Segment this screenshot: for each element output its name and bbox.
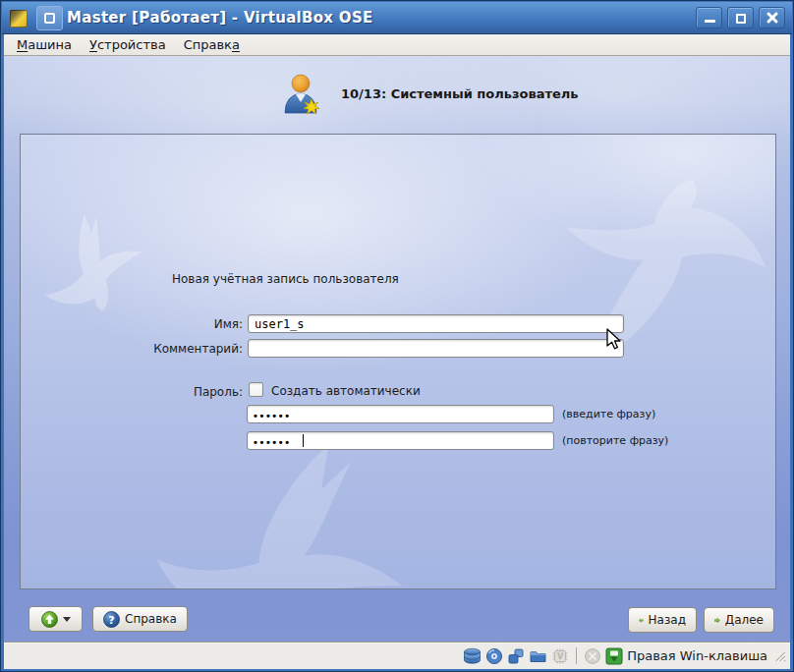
next-button-label: Далее: [725, 613, 764, 627]
password-repeat-field-wrap: [247, 431, 554, 450]
close-button[interactable]: [759, 7, 785, 28]
installer-step-header: 10/13: Системный пользователь: [4, 56, 790, 132]
green-up-arrow-icon: [41, 611, 58, 628]
step-title: 10/13: Системный пользователь: [341, 86, 579, 101]
user-icon: [282, 73, 321, 116]
statusbar-icons: V: [463, 647, 623, 665]
maximize-button[interactable]: [727, 7, 754, 28]
background-birds: [21, 135, 776, 589]
autocreate-checkbox[interactable]: [249, 382, 263, 397]
help-button[interactable]: ? Справка: [92, 606, 188, 632]
password-input[interactable]: [247, 405, 554, 423]
password-field-wrap: [247, 405, 554, 423]
resize-grip[interactable]: [773, 649, 786, 662]
menu-devices[interactable]: Устройства: [81, 34, 175, 56]
cd-icon[interactable]: [485, 647, 503, 665]
virtualbox-logo-icon[interactable]: [36, 6, 63, 30]
dropdown-arrow-icon: [63, 617, 71, 622]
shared-folder-icon[interactable]: [529, 647, 547, 665]
maximize-icon: [736, 14, 746, 24]
password-repeat-hint: (повторите фразу): [562, 434, 668, 447]
name-label: Имя:: [95, 317, 243, 331]
next-arrow-icon: [714, 614, 720, 627]
minimize-button[interactable]: [696, 7, 722, 28]
next-button[interactable]: Далее: [704, 607, 774, 633]
chip-icon[interactable]: V: [551, 647, 569, 665]
password-label: Пароль:: [95, 385, 243, 399]
statusbar: V Правая Win-клавиша: [4, 642, 790, 669]
menu-help[interactable]: Справка: [175, 34, 249, 56]
actions-dropdown-button[interactable]: [28, 606, 83, 632]
password-hint: (введите фразу): [562, 408, 655, 420]
vm-display: 10/13: Системный пользователь Новая учёт…: [4, 56, 790, 642]
minimize-icon: [705, 20, 715, 23]
svg-text:?: ?: [108, 613, 114, 626]
back-button[interactable]: Назад: [628, 607, 697, 633]
back-arrow-icon: [639, 614, 644, 627]
autocreate-label: Создать автоматически: [271, 384, 421, 398]
menubar: Машина Устройства Справка: [4, 34, 790, 56]
name-input[interactable]: [248, 314, 624, 333]
hdd-icon[interactable]: [463, 647, 482, 665]
help-icon: ?: [103, 611, 120, 628]
comment-label: Комментарий:: [95, 342, 243, 356]
back-button-label: Назад: [649, 613, 686, 627]
virtualbox-window: Master [Работает] - VirtualBox OSE Машин…: [0, 0, 794, 672]
vbox-cube-glyph: [44, 13, 55, 24]
section-label: Новая учётная запись пользователя: [172, 272, 399, 286]
statusbar-separator: [576, 647, 577, 664]
text-caret: [303, 434, 304, 447]
network-icon[interactable]: [507, 647, 525, 665]
password-repeat-input[interactable]: [247, 431, 554, 450]
titlebar[interactable]: Master [Работает] - VirtualBox OSE: [2, 2, 792, 34]
help-button-label: Справка: [125, 612, 177, 626]
window-manager-icon: [10, 10, 28, 28]
hostkey-status-text: Правая Win-клавиша: [627, 648, 767, 663]
close-icon: [760, 8, 784, 28]
svg-text:V: V: [557, 652, 564, 661]
menu-machine[interactable]: Машина: [8, 34, 81, 56]
mouse-integration-icon[interactable]: [584, 647, 601, 665]
window-title: Master [Работает] - VirtualBox OSE: [67, 2, 373, 34]
comment-input[interactable]: [248, 339, 624, 358]
window-controls: [696, 7, 785, 28]
hostkey-icon[interactable]: [605, 647, 623, 665]
installer-panel: Новая учётная запись пользователя Имя: К…: [20, 134, 776, 589]
